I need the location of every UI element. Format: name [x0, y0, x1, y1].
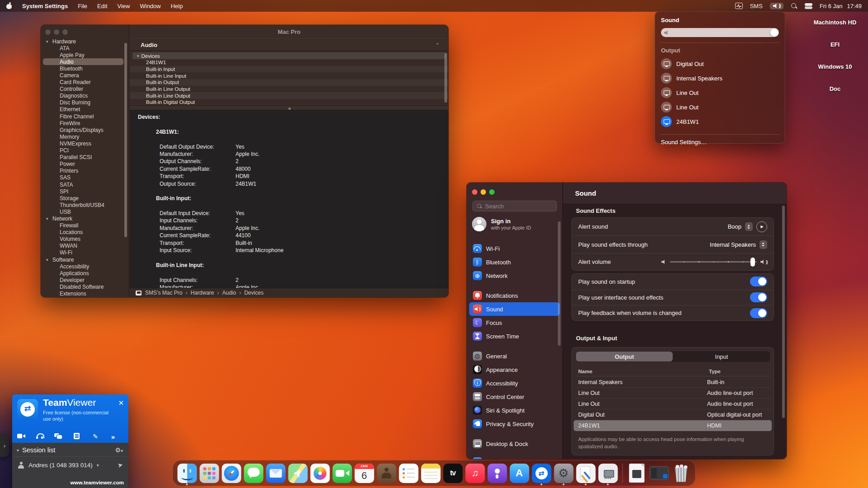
sidebar-item-privacy-security[interactable]: Privacy & Security	[469, 417, 560, 431]
popover-output-internal-speakers[interactable]: Internal Speakers	[661, 71, 779, 85]
notes-icon[interactable]	[73, 433, 81, 439]
output-row-internal-speakers[interactable]: Internal Speakers Built-in	[574, 377, 772, 388]
sysinfo-tree-item[interactable]: ▾PCI	[41, 147, 126, 154]
devices-scrollbar[interactable]	[444, 53, 447, 103]
device-row[interactable]: Built-in Output	[130, 79, 448, 86]
sysinfo-tree-item[interactable]: ▾Wi-Fi	[41, 249, 126, 256]
output-row-digital-out[interactable]: Digital Out Optical digital-out port	[574, 409, 772, 420]
device-row[interactable]: Built-in Line Output	[130, 86, 448, 93]
sysinfo-tree-item[interactable]: ▾SAS	[41, 174, 126, 181]
sidebar-item-partial[interactable]	[473, 457, 482, 459]
dock-item-utility-chip[interactable]	[598, 461, 618, 485]
sign-in-row[interactable]: Sign in with your Apple ID	[472, 217, 531, 231]
dock-item-calendar[interactable]: JAN 6	[354, 461, 375, 485]
toggle-switch-on[interactable]	[750, 292, 767, 302]
dock-item-safari[interactable]	[221, 461, 242, 485]
menu-window[interactable]: Window	[140, 3, 160, 9]
sysinfo-tree-item[interactable]: ▾Power	[41, 161, 126, 168]
sidebar-item-desktop-dock[interactable]: Desktop & Dock	[469, 437, 560, 450]
sidebar-item-appearance[interactable]: Appearance	[469, 363, 560, 376]
output-row-line-out-2[interactable]: Line Out Audio line-out port	[574, 399, 772, 409]
session-list-row[interactable]: ▾ Session list ⚙▾	[12, 443, 128, 457]
dock-item-system-settings[interactable]: ⚙	[553, 461, 574, 485]
more-icon[interactable]: »	[110, 433, 116, 439]
devices-list-header[interactable]: ▾ Devices	[132, 52, 446, 59]
device-row[interactable]: Built-in Line Input	[130, 72, 448, 79]
popover-output-24b1w1[interactable]: 24B1W1	[661, 114, 779, 129]
alert-volume-slider[interactable]	[670, 258, 757, 267]
play-through-stepper[interactable]	[760, 240, 767, 249]
sysinfo-tree-item[interactable]: ▾Applications	[41, 270, 126, 277]
sidebar-item-network[interactable]: ⊕ Network	[469, 269, 560, 282]
volume-slider-knob[interactable]	[770, 28, 778, 37]
sysinfo-tree-item[interactable]: ▾Memory	[41, 133, 126, 140]
close-button[interactable]	[472, 189, 477, 195]
chat-icon[interactable]	[54, 433, 62, 439]
sidebar-item-notifications[interactable]: Notifications	[469, 289, 560, 302]
menu-view[interactable]: View	[118, 3, 130, 9]
tab-input[interactable]: Input	[673, 351, 770, 362]
sidebar-scrollbar[interactable]	[124, 43, 127, 237]
tree-item-software[interactable]: ▾Software	[41, 256, 126, 263]
search-input[interactable]	[485, 203, 548, 210]
sidebar-scrollbar[interactable]	[558, 221, 561, 346]
play-alert-sound-button[interactable]: ▶	[756, 221, 767, 232]
sysinfo-tree-item[interactable]: ▾SATA	[41, 181, 126, 188]
sidebar-item-general[interactable]: ⚙ General	[469, 349, 560, 363]
sysinfo-tree-item[interactable]: ▾Firewall	[41, 222, 126, 229]
desktop-icon-doc[interactable]: Doc	[810, 83, 860, 92]
sysinfo-section-header[interactable]: Audio⌃	[130, 38, 448, 51]
search-field[interactable]	[472, 201, 557, 211]
close-button[interactable]	[45, 29, 51, 35]
sysinfo-tree-item[interactable]: ▾ATA	[41, 45, 126, 52]
dock-item-teamviewer[interactable]: ⇄	[531, 461, 552, 485]
sysinfo-tree-item[interactable]: ▾Disabled Software	[41, 283, 126, 290]
desktop-icon-efi[interactable]: EFI	[810, 38, 860, 48]
dock-item-contacts[interactable]	[376, 461, 397, 485]
status-sms[interactable]: SMS	[750, 3, 763, 9]
popover-output-line-out-1[interactable]: Line Out	[661, 85, 779, 100]
sidebar-item-control-center[interactable]: Control Center	[469, 390, 560, 404]
menubar-clock[interactable]: Fri 6 Jan17:49	[820, 3, 862, 9]
device-row[interactable]: Built-in Input	[130, 66, 448, 73]
dock-item-music[interactable]: ♫	[465, 461, 486, 485]
sysinfo-tree-item[interactable]: ▾SPI	[41, 188, 126, 195]
alert-sound-stepper[interactable]	[745, 222, 753, 231]
dock-item-window-preview[interactable]	[649, 461, 670, 485]
dock-item-reminders[interactable]	[398, 461, 419, 485]
sidebar-item-accessibility[interactable]: Accessibility	[469, 376, 560, 390]
content-scrollbar[interactable]	[782, 206, 785, 418]
audio-call-icon[interactable]	[36, 433, 44, 439]
gear-icon[interactable]: ⚙▾	[115, 446, 123, 454]
teamviewer-menubar-icon[interactable]	[735, 3, 743, 9]
video-call-icon[interactable]	[17, 433, 25, 439]
sysinfo-tree-item[interactable]: ▾Extensions	[41, 290, 126, 297]
device-row[interactable]: Built-in Digital Output	[130, 99, 448, 105]
menu-edit[interactable]: Edit	[97, 3, 107, 9]
sysinfo-tree-item[interactable]: ▾Diagnostics	[41, 93, 126, 99]
minimize-button[interactable]	[481, 189, 486, 195]
sysinfo-tree-item[interactable]: ▾Volumes	[41, 236, 126, 243]
dock-item-mail[interactable]	[265, 461, 286, 485]
sysinfo-tree-item[interactable]: ▾Printers	[41, 168, 126, 174]
dock-item-tv[interactable]: tv	[443, 461, 463, 485]
sysinfo-tree-item[interactable]: ▾USB	[41, 208, 126, 215]
sysinfo-tree-item[interactable]: ▾Card Reader	[41, 79, 126, 86]
toggle-switch-on[interactable]	[750, 277, 767, 286]
breadcrumb-segment[interactable]: SMS’s Mac Pro	[145, 290, 182, 296]
menu-help[interactable]: Help	[171, 3, 183, 9]
dock-item-facetime[interactable]	[332, 461, 353, 485]
popover-output-digital-out[interactable]: Digital Out	[661, 56, 779, 71]
sysinfo-tree-item[interactable]: ▾Thunderbolt/USB4	[41, 202, 126, 208]
sidebar-item-bluetooth[interactable]: ᛒ Bluetooth	[469, 255, 560, 269]
sysinfo-tree-item[interactable]: ▾Ethernet	[41, 106, 126, 113]
sysinfo-tree-item[interactable]: ▾Disc Burning	[41, 99, 126, 106]
tree-item-audio[interactable]: ▾Audio	[43, 58, 123, 65]
volume-menubar-button[interactable]: ))	[770, 3, 783, 9]
breadcrumb-segment[interactable]: Hardware	[182, 290, 214, 296]
sysinfo-tree-item[interactable]: ▾FireWire	[41, 120, 126, 127]
sysinfo-tree-item[interactable]: ▾Fibre Channel	[41, 113, 126, 120]
dock-item-appstore[interactable]: A	[509, 461, 530, 485]
dock-item-document[interactable]	[627, 461, 647, 485]
dock-item-photos[interactable]	[310, 461, 330, 485]
